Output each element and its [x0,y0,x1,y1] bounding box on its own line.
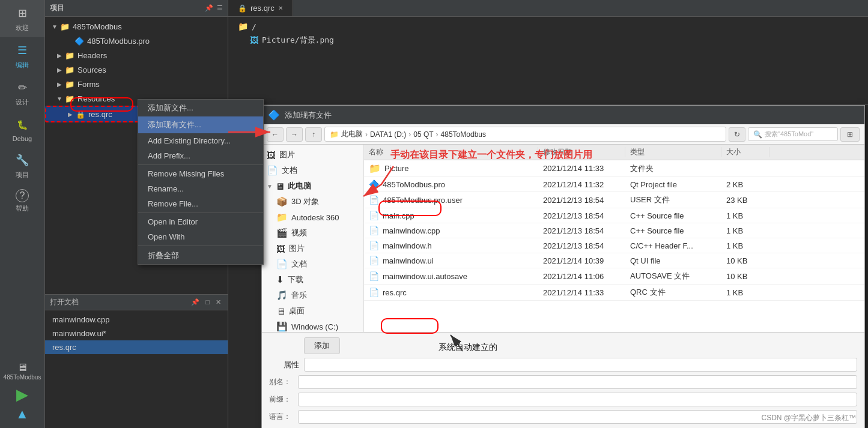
open-docs-panel: 打开文档 📌 □ ✕ mainwindow.cpp mainwindow.ui*… [45,294,228,428]
tree-arrow-headers: ▶ [55,52,64,59]
file-row-res-qrc[interactable]: 📄 res.qrc 2021/12/14 11:33 QRC 文件 1 KB [364,285,864,301]
sidebar-item-project[interactable]: 🔧 项目 [0,147,44,184]
doc-item-res-qrc[interactable]: res.qrc [45,340,228,354]
nav-up-btn[interactable]: ↑ [305,127,322,142]
panel-close-btn[interactable]: □ [204,298,211,307]
tab-close-res[interactable]: ✕ [278,5,283,11]
file-row-mainwindow-ui[interactable]: 📄 mainwindow.ui 2021/12/14 10:39 Qt UI f… [364,253,864,268]
col-header-name[interactable]: 名称 [364,147,538,157]
folder-item-music[interactable]: 🎵 音乐 [262,288,363,303]
folder-item-pics[interactable]: 🖼 图片 [262,147,363,163]
tree-item-forms-label: Forms [77,80,100,89]
col-header-size[interactable]: 大小 [721,147,769,157]
folder-desktop-icon: 🖥 [276,306,285,316]
left-sidebar: ⊞ 欢迎 ☰ 编辑 ✏ 设计 🐛 Debug 🔧 项目 ? 帮助 🖥 485To… [0,0,45,428]
tree-arrow-resources: ▼ [55,95,64,102]
file-row-autosave[interactable]: 📄 mainwindow.ui.autosave 2021/12/14 11:0… [364,268,864,285]
panel-pin-icon[interactable]: 📌 [205,4,213,12]
folder-item-windows[interactable]: 💾 Windows (C:) [262,319,363,332]
col-header-type[interactable]: 类型 [625,147,721,157]
folder-item-desktop[interactable]: 🖥 桌面 [262,303,363,319]
file-dialog-toolbar: ← → ↑ 📁 此电脑 › DATA1 (D:) › 05 QT › 485To… [262,124,864,145]
run-button[interactable]: ▶ [16,385,28,404]
editor-tab-res[interactable]: 🔒 res.qrc ✕ [228,0,293,16]
folder-item-mypc[interactable]: ▼ 🖥 此电脑 [262,178,363,194]
deploy-button[interactable]: ▲ [16,406,29,422]
view-toggle-btn[interactable]: ⊞ [840,127,860,142]
footer-language-input[interactable] [298,410,857,424]
footer-property-input[interactable] [304,358,857,372]
doc-item-mainwindow-cpp[interactable]: mainwindow.cpp [45,313,228,327]
search-bar[interactable]: 🔍 搜索"485ToMod" [748,127,838,141]
add-button[interactable]: 添加 [304,337,340,354]
sidebar-item-welcome[interactable]: ⊞ 欢迎 [0,0,44,37]
sidebar-item-edit[interactable]: ☰ 编辑 [0,37,44,74]
project-icon: 🔧 [14,152,31,169]
folder-docs-icon: 📄 [267,165,278,176]
file-row-picture[interactable]: 📁 Picture 2021/12/14 11:33 文件夹 [364,160,864,177]
sidebar-item-project-label: 项目 [16,170,29,179]
file-icon-mainwindow-cpp: 📄 [369,226,379,235]
folder-icon-sources: 📁 [64,64,75,75]
col-header-date[interactable]: 修改日期 [538,147,625,157]
panel-pin-btn[interactable]: 📌 [189,298,201,307]
tree-item-root[interactable]: ▼ 📁 485ToModbus [45,19,228,34]
design-icon: ✏ [14,79,31,96]
tree-arrow-sources: ▶ [55,67,64,73]
context-add-existing-file[interactable]: 添加现有文件... [138,116,263,133]
nav-back-btn[interactable]: ← [267,127,284,142]
footer-prefix-input[interactable] [298,393,857,406]
file-icon-h: 📄 [369,241,379,250]
folder-item-video[interactable]: 🎬 视频 [262,225,363,241]
sidebar-item-help[interactable]: ? 帮助 [0,184,44,218]
file-row-user[interactable]: 📄 485ToModbus.pro.user 2021/12/13 18:54 … [364,192,864,208]
tree-item-headers[interactable]: ▶ 📁 Headers [45,48,228,62]
sidebar-item-design[interactable]: ✏ 设计 [0,74,44,112]
folder-item-autodesk[interactable]: 📁 Autodesk 360 [262,209,363,225]
file-icon-qrc: 📄 [369,288,379,297]
footer-row-1: 添加 [269,337,857,354]
context-add-new-file[interactable]: 添加新文件... [138,100,263,116]
tree-item-sources-label: Sources [77,65,106,74]
context-open-with[interactable]: Open With [138,229,263,244]
open-docs-title: 打开文档 [50,297,79,307]
file-row-pro[interactable]: 🔷 485ToModbus.pro 2021/12/14 11:32 Qt Pr… [364,177,864,192]
folder-item-3d[interactable]: 📦 3D 对象 [262,194,363,209]
debug-icon: 🐛 [14,116,31,133]
context-separator-2 [138,212,263,213]
folder-icon-root: 📁 [59,21,70,32]
folder-item-downloads[interactable]: ⬇ 下载 [262,272,363,288]
folder-item-docs[interactable]: 📄 文档 [262,163,363,178]
panel-expand-btn[interactable]: ✕ [214,298,223,307]
panel-menu-icon[interactable]: ☰ [217,4,223,12]
nav-forward-btn[interactable]: → [286,127,303,142]
file-row-mainwindow-h[interactable]: 📄 mainwindow.h 2021/12/13 18:54 C/C++ He… [364,238,864,253]
folder-item-images[interactable]: 🖼 图片 [262,241,363,256]
tree-item-forms[interactable]: ▶ 📁 Forms [45,77,228,91]
tree-item-resources-label: Resources [77,94,115,103]
sidebar-item-debug[interactable]: 🐛 Debug [0,112,44,147]
editor-area: 🔒 res.qrc ✕ 📁 / 🖼 Picture/背景.png [228,0,868,105]
tree-item-pro[interactable]: 🔷 485ToModbus.pro [45,34,228,48]
tree-arrow-root: ▼ [50,23,59,30]
file-row-main-cpp[interactable]: 📄 main.cpp 2021/12/13 18:54 C++ Source f… [364,208,864,223]
context-collapse-all[interactable]: 折叠全部 [138,247,263,264]
context-remove-file[interactable]: Remove File... [138,196,263,211]
context-open-in-editor[interactable]: Open in Editor [138,214,263,229]
breadcrumb-folder-icon: 📁 [330,130,339,139]
drive-windows-icon: 💾 [276,321,288,332]
nav-refresh-btn[interactable]: ↻ [729,127,745,142]
file-row-mainwindow-cpp[interactable]: 📄 mainwindow.cpp 2021/12/13 18:54 C++ So… [364,223,864,238]
breadcrumb-bar[interactable]: 📁 此电脑 › DATA1 (D:) › 05 QT › 485ToModbus [324,127,726,142]
footer-alias-input[interactable] [298,375,857,389]
context-rename[interactable]: Rename... [138,181,263,196]
folder-item-documents[interactable]: 📄 文档 [262,256,363,272]
context-add-existing-dir[interactable]: Add Existing Directory... [138,133,263,148]
file-icon-picture: 📁 [369,163,381,174]
file-icon-ui: 📄 [369,256,379,265]
footer-alias-label: 别名： [269,377,293,387]
doc-item-mainwindow-ui[interactable]: mainwindow.ui* [45,327,228,340]
context-add-prefix[interactable]: Add Prefix... [138,148,263,163]
context-remove-missing-files[interactable]: Remove Missing Files [138,166,263,181]
tree-item-sources[interactable]: ▶ 📁 Sources [45,62,228,77]
